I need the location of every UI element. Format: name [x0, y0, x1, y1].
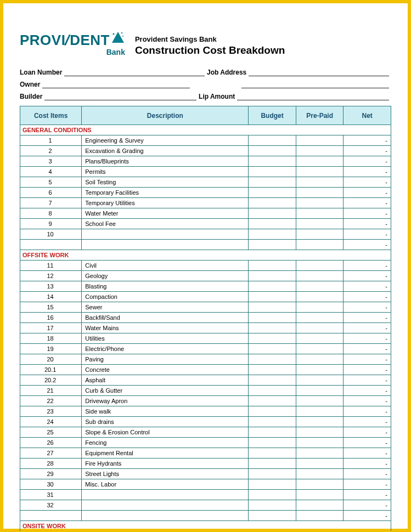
cell-net[interactable]: -: [344, 500, 391, 511]
cell-prepaid[interactable]: [296, 448, 344, 459]
cell-prepaid[interactable]: [296, 417, 344, 427]
cell-budget[interactable]: [249, 188, 296, 198]
cell-budget[interactable]: [249, 156, 296, 167]
cell-prepaid[interactable]: [296, 271, 344, 281]
cell-net[interactable]: -: [344, 229, 391, 240]
cell-net[interactable]: -: [344, 417, 391, 427]
cell-budget[interactable]: [249, 271, 296, 281]
cell-net[interactable]: -: [344, 208, 391, 219]
cell-prepaid[interactable]: [296, 438, 344, 448]
cell-prepaid[interactable]: [296, 177, 344, 188]
cell-prepaid[interactable]: [296, 459, 344, 469]
cell-prepaid[interactable]: [296, 479, 344, 490]
cell-prepaid[interactable]: [296, 406, 344, 417]
cell-budget[interactable]: [249, 365, 296, 375]
cell-prepaid[interactable]: [296, 135, 344, 146]
cell-budget[interactable]: [249, 427, 296, 438]
cell-net[interactable]: -: [344, 167, 391, 177]
cell-net[interactable]: -: [344, 188, 391, 198]
cell-net[interactable]: -: [344, 448, 391, 459]
cell-budget[interactable]: [249, 438, 296, 448]
cell-prepaid[interactable]: [296, 188, 344, 198]
cell-net[interactable]: -: [344, 354, 391, 365]
cell-budget[interactable]: [249, 208, 296, 219]
cell-net[interactable]: -: [344, 365, 391, 375]
cell-net[interactable]: -: [344, 261, 391, 271]
cell-net[interactable]: -: [344, 469, 391, 479]
cell-budget[interactable]: [249, 313, 296, 323]
cell-budget[interactable]: [249, 344, 296, 354]
cell-budget[interactable]: [249, 281, 296, 292]
cell-budget[interactable]: [249, 386, 296, 396]
cell-budget[interactable]: [249, 500, 296, 511]
cell-prepaid[interactable]: [296, 490, 344, 500]
cell-net[interactable]: -: [344, 313, 391, 323]
cell-net[interactable]: -: [344, 219, 391, 229]
cell-budget[interactable]: [249, 146, 296, 156]
cell-budget[interactable]: [249, 261, 296, 271]
cell-budget[interactable]: [249, 323, 296, 333]
cell-net[interactable]: -: [344, 292, 391, 302]
cell-prepaid[interactable]: [296, 208, 344, 219]
cell-prepaid[interactable]: [296, 281, 344, 292]
cell-prepaid[interactable]: [296, 469, 344, 479]
cell-net[interactable]: -: [344, 156, 391, 167]
cell-prepaid[interactable]: [296, 302, 344, 313]
cell-budget[interactable]: [249, 459, 296, 469]
cell-prepaid[interactable]: [296, 156, 344, 167]
input-loan-number[interactable]: [64, 67, 205, 76]
cell-net[interactable]: -: [344, 302, 391, 313]
cell-prepaid[interactable]: [296, 146, 344, 156]
cell-net[interactable]: -: [344, 146, 391, 156]
cell-budget[interactable]: [249, 448, 296, 459]
cell-prepaid[interactable]: [296, 198, 344, 208]
cell-prepaid[interactable]: [296, 219, 344, 229]
cell-net[interactable]: -: [344, 281, 391, 292]
cell-budget[interactable]: [249, 354, 296, 365]
cell-prepaid[interactable]: [296, 313, 344, 323]
cell-prepaid[interactable]: [296, 354, 344, 365]
cell-net[interactable]: -: [344, 479, 391, 490]
cell-prepaid[interactable]: [296, 396, 344, 406]
cell-prepaid[interactable]: [296, 229, 344, 240]
cell-net[interactable]: -: [344, 406, 391, 417]
cell-prepaid[interactable]: [296, 375, 344, 386]
cell-net[interactable]: -: [344, 396, 391, 406]
cell-prepaid[interactable]: [296, 427, 344, 438]
cell-prepaid[interactable]: [296, 261, 344, 271]
cell-prepaid[interactable]: [296, 344, 344, 354]
cell-budget[interactable]: [249, 219, 296, 229]
cell-budget[interactable]: [249, 198, 296, 208]
cell-net[interactable]: -: [344, 375, 391, 386]
cell-prepaid[interactable]: [296, 333, 344, 344]
cell-budget[interactable]: [249, 333, 296, 344]
cell-net[interactable]: -: [344, 333, 391, 344]
cell-prepaid[interactable]: [296, 323, 344, 333]
cell-net[interactable]: -: [344, 323, 391, 333]
cell-budget[interactable]: [249, 490, 296, 500]
cell-prepaid[interactable]: [296, 292, 344, 302]
cell-budget[interactable]: [249, 177, 296, 188]
cell-net[interactable]: -: [344, 459, 391, 469]
cell-budget[interactable]: [249, 417, 296, 427]
cell-budget[interactable]: [249, 406, 296, 417]
cell-budget[interactable]: [249, 167, 296, 177]
input-lip-amount[interactable]: [237, 92, 389, 100]
cell-net[interactable]: -: [344, 490, 391, 500]
cell-prepaid[interactable]: [296, 386, 344, 396]
cell-budget[interactable]: [249, 396, 296, 406]
cell-net[interactable]: -: [344, 438, 391, 448]
cell-budget[interactable]: [249, 229, 296, 240]
input-owner[interactable]: [42, 80, 190, 88]
cell-budget[interactable]: [249, 479, 296, 490]
cell-prepaid[interactable]: [296, 167, 344, 177]
cell-prepaid[interactable]: [296, 365, 344, 375]
input-owner-2[interactable]: [241, 80, 389, 88]
cell-net[interactable]: -: [344, 386, 391, 396]
cell-budget[interactable]: [249, 292, 296, 302]
cell-budget[interactable]: [249, 469, 296, 479]
cell-net[interactable]: -: [344, 198, 391, 208]
cell-net[interactable]: -: [344, 344, 391, 354]
cell-budget[interactable]: [249, 375, 296, 386]
input-job-address[interactable]: [249, 67, 389, 76]
